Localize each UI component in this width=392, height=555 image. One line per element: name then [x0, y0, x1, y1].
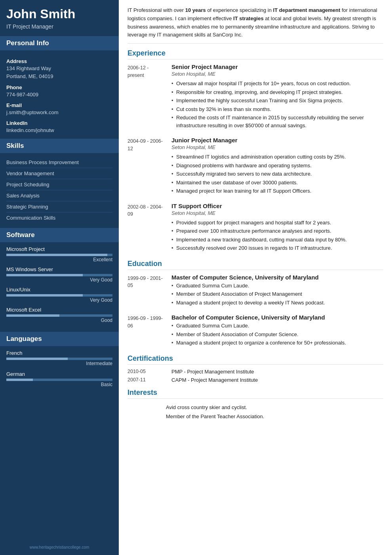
interests-section: Interests Avid cross country skier and c…	[127, 388, 383, 421]
software-bar-fill	[6, 274, 83, 276]
experience-entry: 2002-08 - 2004-09 IT Support Officer Set…	[127, 203, 383, 253]
entry-date: 2002-08 - 2004-09	[127, 203, 165, 253]
bullet-item: Reduced the costs of IT maintenance in 2…	[171, 113, 383, 130]
bullet-item: Diagnosed problems with hardware and ope…	[171, 161, 383, 170]
language-item: German Basic	[6, 371, 112, 387]
software-header: Software	[0, 228, 119, 242]
bullet-item: Successfully resolved over 200 issues in…	[171, 244, 383, 253]
skills-header: Skills	[0, 139, 119, 153]
software-section: Microsoft Project Excellent MS Windows S…	[0, 242, 119, 331]
address-label: Address	[6, 58, 112, 64]
main-content: IT Professional with over 10 years of ex…	[119, 0, 392, 555]
bullet-item: Provided support for project managers an…	[171, 218, 383, 227]
company-name: Seton Hospital, ME	[171, 144, 383, 150]
company-name: Seton Hospital, ME	[171, 210, 383, 216]
bullet-list: Graduated Summa Cum Laude.Member of Stud…	[171, 322, 383, 347]
cert-value: PMP - Project Management Institute	[171, 369, 254, 375]
interests-list: Avid cross country skier and cyclist.Mem…	[127, 403, 383, 421]
bullet-item: Member of Student Association of Compute…	[171, 330, 383, 339]
skill-item: Vendor Management	[6, 168, 112, 179]
skill-item: Project Scheduling	[6, 179, 112, 190]
certifications-section: Certifications 2010-05 PMP - Project Man…	[127, 354, 383, 383]
skill-item: Communication Skills	[6, 212, 112, 223]
entry-body: Bachelor of Computer Science, University…	[171, 314, 383, 347]
linkedin-value: linkedin.com/johnutw	[6, 127, 112, 134]
job-title: IT Support Officer	[171, 203, 383, 209]
cert-date: 2007-11	[127, 377, 165, 383]
entry-body: Master of Computer Science, University o…	[171, 274, 383, 307]
software-name: MS Windows Server	[6, 266, 112, 272]
bullet-item: Successfully migrated two servers to new…	[171, 170, 383, 178]
sidebar-header: John Smith IT Project Manager	[0, 0, 119, 35]
experience-entry: 2004-09 - 2006-12 Junior Project Manager…	[127, 137, 383, 195]
software-bar-container	[6, 274, 112, 276]
personal-info-section: Address 134 Rightward Way Portland, ME, …	[0, 50, 119, 138]
experience-entry: 2006-12 - present Senior Project Manager…	[127, 63, 383, 130]
company-name: Seton Hospital, ME	[171, 71, 383, 77]
interest-item: Member of the Parent Teacher Association…	[166, 412, 383, 421]
summary-section: IT Professional with over 10 years of ex…	[127, 6, 383, 44]
languages-header: Languages	[0, 332, 119, 346]
bullet-item: Managed a student project to organize a …	[171, 339, 383, 347]
degree-title: Bachelor of Computer Science, University…	[171, 314, 383, 321]
software-bar-label: Excellent	[6, 257, 112, 262]
education-entry: 1999-09 - 2001-05 Master of Computer Sci…	[127, 274, 383, 307]
bullet-item: Responsible for creating, improving, and…	[171, 88, 383, 97]
language-item: French Intermediate	[6, 350, 112, 366]
software-bar-fill	[6, 314, 59, 317]
education-section: Education 1999-09 - 2001-05 Master of Co…	[127, 260, 383, 347]
language-bar-label: Basic	[6, 382, 112, 387]
bullet-item: Managed a student project to develop a w…	[171, 299, 383, 307]
education-entry: 1996-09 - 1999-06 Bachelor of Computer S…	[127, 314, 383, 347]
software-bar-label: Good	[6, 318, 112, 323]
entry-date: 2004-09 - 2006-12	[127, 137, 165, 195]
entry-date: 1996-09 - 1999-06	[127, 314, 165, 347]
software-bar-label: Very Good	[6, 297, 112, 303]
language-name: French	[6, 350, 112, 356]
language-bar-container	[6, 358, 112, 360]
software-bar-fill	[6, 294, 83, 297]
languages-section: French Intermediate German Basic	[0, 346, 119, 396]
software-name: Microsoft Excel	[6, 307, 112, 313]
bullet-item: Maintained the user database of over 300…	[171, 178, 383, 187]
personal-info-header: Personal Info	[0, 36, 119, 50]
bullet-list: Oversaw all major hospital IT projects f…	[171, 79, 383, 130]
software-item: MS Windows Server Very Good	[6, 266, 112, 283]
certification-entry: 2007-11 CAPM - Project Management Instit…	[127, 377, 383, 383]
candidate-name: John Smith	[6, 7, 112, 21]
cert-value: CAPM - Project Management Institute	[171, 377, 258, 383]
entry-date: 2006-12 - present	[127, 63, 165, 130]
bullet-list: Graduated Summa Cum Laude.Member of Stud…	[171, 281, 383, 307]
bullet-item: Cut costs by 32% in less than six months…	[171, 105, 383, 114]
linkedin-label: LinkedIn	[6, 120, 112, 126]
bullet-item: Member of Student Association of Project…	[171, 290, 383, 299]
bullet-item: Implemented a new tracking dashboard, cu…	[171, 235, 383, 244]
address-line2: Portland, ME, 04019	[6, 73, 112, 80]
experience-header: Experience	[127, 49, 383, 59]
software-item: Linux/Unix Very Good	[6, 287, 112, 303]
software-item: Microsoft Project Excellent	[6, 246, 112, 262]
software-bar-container	[6, 294, 112, 297]
phone-label: Phone	[6, 84, 112, 90]
entry-body: Senior Project Manager Seton Hospital, M…	[171, 63, 383, 130]
entry-body: IT Support Officer Seton Hospital, ME Pr…	[171, 203, 383, 253]
interests-header: Interests	[127, 388, 383, 399]
software-bar-fill	[6, 254, 107, 256]
education-list: 1999-09 - 2001-05 Master of Computer Sci…	[127, 274, 383, 347]
skill-item: Business Process Improvement	[6, 157, 112, 168]
bullet-item: Oversaw all major hospital IT projects f…	[171, 79, 383, 88]
interest-item: Avid cross country skier and cyclist.	[166, 403, 383, 412]
footer-text: www.heritagechristiancollege.com	[0, 541, 119, 555]
phone-value: 774-987-4009	[6, 91, 112, 98]
entry-body: Junior Project Manager Seton Hospital, M…	[171, 137, 383, 195]
bullet-item: Graduated Summa Cum Laude.	[171, 281, 383, 290]
email-value: j.smith@uptowork.com	[6, 109, 112, 116]
language-bar-container	[6, 379, 112, 381]
job-title: Junior Project Manager	[171, 137, 383, 144]
software-item: Microsoft Excel Good	[6, 307, 112, 323]
certifications-list: 2010-05 PMP - Project Management Institu…	[127, 369, 383, 383]
bullet-list: Streamlined IT logistics and administrat…	[171, 153, 383, 195]
bullet-item: Implemented the highly successful Lean T…	[171, 96, 383, 105]
candidate-title: IT Project Manager	[6, 23, 112, 30]
degree-title: Master of Computer Science, University o…	[171, 274, 383, 281]
